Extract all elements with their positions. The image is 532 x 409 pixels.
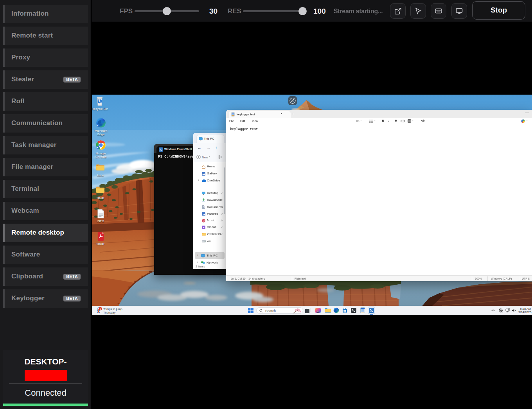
svg-text:PRO: PRO	[317, 311, 319, 313]
